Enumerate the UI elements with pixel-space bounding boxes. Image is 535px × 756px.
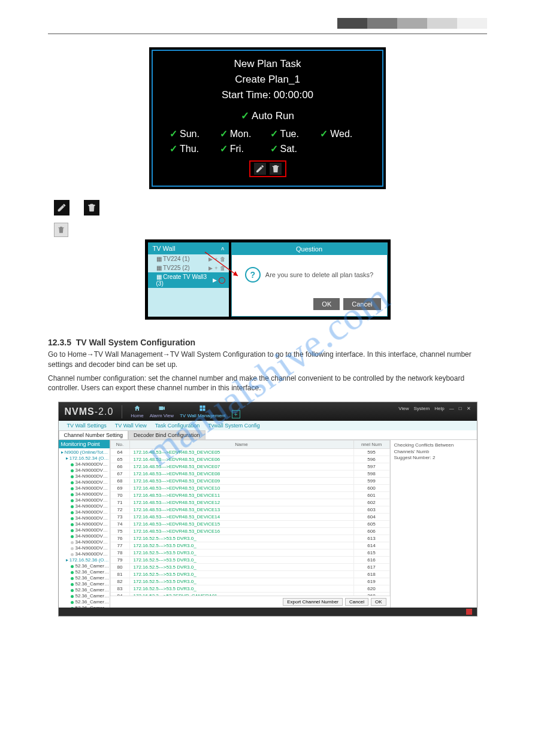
question-dialog: Question ? Are you sure to delete all pl…: [231, 242, 388, 317]
menu-tvwall-mgmt[interactable]: TV Wall Management: [180, 405, 226, 418]
plan-day-mon: ✓Mon.: [220, 128, 265, 139]
tree-item[interactable]: 34-N9000DVR_...: [61, 473, 110, 479]
ok-button[interactable]: OK: [313, 298, 340, 310]
nvms-screenshot: NVMS-2.0 Home Alarm View TV Wall Managem…: [58, 402, 477, 617]
conflict-heading: Checking Conflicts Between Channels' Num…: [394, 442, 473, 455]
tree-item[interactable]: 34-N9000DVR_...: [61, 485, 110, 491]
table-row[interactable]: 80172.16.52.5--->53.5 DVR3.0_617: [110, 564, 389, 571]
tree-item[interactable]: 34-N9000DVR_...: [61, 491, 110, 497]
plan-task-card: New Plan Task Create Plan_1 Start Time: …: [149, 47, 386, 189]
tree-item[interactable]: 52.36_Camera1: [61, 563, 110, 569]
status-indicator: [466, 609, 472, 615]
maximize-icon[interactable]: □: [459, 406, 462, 411]
tree-item[interactable]: 34-N9000DVR_...: [61, 527, 110, 533]
tree-item[interactable]: 34-N9000DVR_...: [61, 467, 110, 473]
tree-item[interactable]: 34-N9000DVR_...: [61, 515, 110, 521]
table-row[interactable]: 65172.16.48.53--->EDVR48.53_DEVICE06596: [110, 456, 389, 463]
minimize-icon[interactable]: —: [449, 406, 454, 411]
close-icon[interactable]: ✕: [467, 406, 471, 411]
table-row[interactable]: 69172.16.48.53--->EDVR48.53_DEVICE10600: [110, 485, 389, 492]
col-num[interactable]: nnel Num: [353, 441, 389, 449]
export-channel-button[interactable]: Export Channel Number: [283, 598, 343, 606]
section-paragraph-2: Channel number configuration: set the ch…: [48, 374, 487, 394]
table-row[interactable]: 74172.16.48.53--->EDVR48.53_DEVICE15605: [110, 521, 389, 528]
plan-day-wed: ✓Wed.: [320, 128, 365, 139]
tree-item[interactable]: 52.36_Camera4: [61, 581, 110, 587]
tree-item[interactable]: 52.36_Camera3: [61, 575, 110, 581]
table-row[interactable]: 72172.16.48.53--->EDVR48.53_DEVICE13603: [110, 506, 389, 514]
tab-task-config[interactable]: Task Configuration: [155, 423, 200, 429]
monitoring-point-tree[interactable]: ▸ N9000 (Online/Total ...)▸ 172.16.52.34…: [59, 448, 110, 608]
tree-item[interactable]: 52.36_Camera7: [61, 599, 110, 605]
cancel-button[interactable]: Cancel: [345, 598, 368, 606]
tvwall-dialog-screenshot: TV Wall ʌ ▦ TV224 (1) ▶ + 🗑 ▦ TV225 (2) …: [145, 239, 391, 320]
tab-decoder-bind[interactable]: Decoder Bind Configuration: [128, 430, 205, 439]
tree-item[interactable]: 34-N9000DVR_...: [61, 509, 110, 515]
table-row[interactable]: 73172.16.48.53--->EDVR48.53_DEVICE14604: [110, 514, 389, 521]
cancel-button[interactable]: Cancel: [343, 298, 380, 310]
tab-channel-number[interactable]: Channel Number Setting: [59, 430, 129, 439]
col-name[interactable]: Name: [129, 441, 353, 449]
table-row[interactable]: 67172.16.48.53--->EDVR48.53_DEVICE08598: [110, 470, 389, 478]
svg-marker-1: [233, 271, 238, 276]
plan-name: Create Plan_1: [167, 74, 368, 86]
ok-button[interactable]: OK: [371, 598, 386, 606]
nvms-window-controls: View System Help — □ ✕: [398, 406, 470, 411]
tree-item[interactable]: 34-N9000DVR_...: [61, 479, 110, 485]
trash-icon: [84, 200, 99, 215]
menu-home[interactable]: Home: [131, 405, 143, 418]
tree-item[interactable]: ▸ 172.16.52.34 (Onli...: [61, 456, 110, 462]
table-row[interactable]: 68172.16.48.53--->EDVR48.53_DEVICE09599: [110, 478, 389, 485]
table-header: No. Name nnel Num: [110, 441, 389, 449]
dialog-header: Question: [232, 243, 387, 255]
tree-item[interactable]: 34-N9000DVR_2...: [61, 551, 110, 557]
annotation-arrow: [202, 249, 244, 282]
conflict-panel: Checking Conflicts Between Channels' Num…: [390, 440, 477, 608]
plan-day-fri: ✓Fri.: [220, 143, 265, 154]
tree-item[interactable]: 52.36_Camera8: [61, 605, 110, 608]
table-row[interactable]: 75172.16.48.53--->EDVR48.53_DEVICE16606: [110, 528, 389, 535]
menu-help[interactable]: Help: [434, 406, 444, 411]
table-row[interactable]: 78172.16.52.5--->53.5 DVR3.0_615: [110, 549, 389, 557]
col-no[interactable]: No.: [110, 441, 129, 449]
menu-view[interactable]: View: [398, 406, 409, 411]
svg-rect-5: [203, 406, 205, 408]
tree-item[interactable]: 34-N9000DVR_...: [61, 497, 110, 503]
plan-title: New Plan Task: [167, 58, 368, 70]
tree-item[interactable]: 52.36_Camera6: [61, 593, 110, 599]
svg-line-0: [205, 252, 238, 276]
table-row[interactable]: 82172.16.52.5--->53.5 DVR3.0_619: [110, 578, 389, 585]
tree-item[interactable]: 34-N9000DVR_5...: [61, 539, 110, 545]
table-row[interactable]: 77172.16.52.5--->53.5 DVR3.0_614: [110, 542, 389, 549]
trash-icon[interactable]: [270, 163, 282, 175]
table-row[interactable]: 70172.16.48.53--->EDVR48.53_DEVICE11601: [110, 492, 389, 499]
tree-item[interactable]: ▸ N9000 (Online/Total ...): [61, 450, 110, 456]
tree-item[interactable]: 52.36_Camera5: [61, 587, 110, 593]
table-row[interactable]: 83172.16.52.5--->53.5 DVR3.0_620: [110, 585, 389, 593]
table-row[interactable]: 79172.16.52.5--->53.5 DVR3.0_616: [110, 557, 389, 564]
tree-item[interactable]: 34-N9000DVR_...: [61, 533, 110, 539]
monitoring-point-header: Monitoring Point: [59, 440, 110, 448]
menu-system[interactable]: System: [414, 406, 430, 411]
tree-item[interactable]: 52.36_Camera2: [61, 569, 110, 575]
edit-icon[interactable]: [254, 163, 266, 175]
table-row[interactable]: 81172.16.52.5--->53.5 DVR3.0_618: [110, 571, 389, 578]
add-tab-button[interactable]: +: [232, 410, 240, 418]
tree-item[interactable]: 34-N9000DVR_...: [61, 503, 110, 509]
table-row[interactable]: 66172.16.48.53--->EDVR48.53_DEVICE07597: [110, 463, 389, 470]
table-row[interactable]: 76172.16.52.5--->53.5 DVR3.0_613: [110, 535, 389, 542]
tree-item[interactable]: 34-N9000DVR_...: [61, 521, 110, 527]
nvms-subsubtabs: Channel Number Setting Decoder Bind Conf…: [59, 430, 477, 440]
tree-item[interactable]: ▸ 172.16.52.36 (Onli...: [61, 557, 110, 563]
svg-rect-7: [203, 409, 205, 411]
table-row[interactable]: 64172.16.48.53--->EDVR48.53_DEVICE05595: [110, 449, 389, 456]
header-band: [48, 18, 487, 29]
menu-alarm-view[interactable]: Alarm View: [150, 405, 174, 418]
tab-tvwall-view[interactable]: TV Wall View: [115, 423, 147, 429]
tab-tvwall-sysconfig[interactable]: Tvwall System Config: [208, 423, 260, 429]
tree-item[interactable]: 34-N9000DVR_1...: [61, 545, 110, 551]
tree-item[interactable]: 34-N9000DVR_...: [61, 462, 110, 467]
tab-tvwall-settings[interactable]: TV Wall Settings: [67, 423, 107, 429]
table-row[interactable]: 71172.16.48.53--->EDVR48.53_DEVICE12602: [110, 499, 389, 506]
plan-auto-run: ✓Auto Run: [167, 110, 368, 122]
